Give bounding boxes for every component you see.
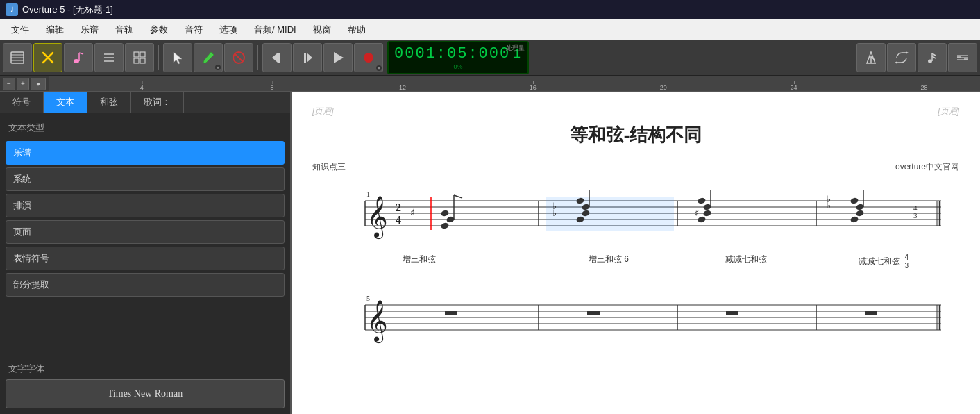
transport-time: 0001:05:000 [394,45,510,63]
svg-text:♯: ♯ [410,208,415,218]
loop-button[interactable] [887,43,916,72]
svg-point-71 [703,210,712,217]
sep1 [158,45,159,70]
svg-text:♭: ♭ [552,208,557,218]
chord-label-1: 增三和弦 [319,254,540,270]
tab-text[interactable]: 文本 [44,92,87,113]
staff-view-button[interactable] [948,43,977,72]
ruler-mark-20: 20 [660,84,667,91]
panel-tabs: 符号 文本 和弦 歌词： [0,92,290,113]
list-item-score[interactable]: 乐谱 [6,141,285,165]
page-header-left: [页眉] [312,106,334,117]
score-meta-left: 知识点三 [312,161,346,173]
title-bar: ♩ Overture 5 - [无标题-1] [0,0,980,19]
menu-options[interactable]: 选项 [211,21,246,39]
note-type-button[interactable] [918,43,947,72]
menu-edit[interactable]: 编辑 [37,21,72,39]
erase-button[interactable] [224,43,253,72]
page-header: [页眉] [页眉] [312,106,959,117]
menu-params[interactable]: 参数 [142,21,176,39]
svg-text:𝄞: 𝄞 [366,300,388,344]
list-item-system[interactable]: 系统 [6,167,285,191]
transport-percent: 0% [394,63,522,70]
ruler-track: 4 8 12 16 20 24 28 [49,76,980,91]
svg-marker-18 [272,53,278,63]
tools-button[interactable] [33,43,62,72]
first-system: 1 𝄞 2 4 [312,180,959,270]
svg-point-29 [928,60,932,63]
svg-rect-21 [304,53,306,63]
ruler-mark-16: 16 [530,84,537,91]
svg-rect-19 [278,53,280,63]
score-content: [页眉] [页眉] 等和弦-结构不同 知识点三 overture中文官网 [292,92,980,414]
svg-rect-14 [134,58,139,63]
svg-text:4: 4 [396,214,401,226]
page-header-right: [页眉] [938,106,959,117]
note-input-button[interactable] [64,43,93,72]
score-area[interactable]: [页眉] [页眉] 等和弦-结构不同 知识点三 overture中文官网 [292,92,980,414]
tab-symbol[interactable]: 符号 [0,92,44,113]
svg-point-6 [74,59,79,63]
app-icon: ♩ [6,3,18,16]
chord-label-3: 减减七和弦 [677,254,815,270]
tab-chord[interactable]: 和弦 [87,92,131,113]
tab-lyric[interactable]: 歌词： [131,92,184,113]
menu-window[interactable]: 视窗 [305,21,339,39]
score-view-button[interactable] [3,43,32,72]
svg-text:♯: ♯ [695,208,699,218]
svg-point-79 [850,216,859,224]
list-item-expression[interactable]: 表情符号 [6,247,285,270]
second-system: 5 𝄞 [312,291,959,349]
fast-forward-button[interactable] [293,43,322,72]
svg-marker-28 [895,61,897,64]
svg-rect-12 [134,52,139,57]
svg-text:3: 3 [913,211,918,220]
chord-label-4: 减减七和弦 43 [815,254,952,270]
menu-track[interactable]: 音轨 [107,21,142,39]
rewind-button[interactable] [262,43,292,72]
right-toolbar [856,43,977,72]
record-dropdown[interactable]: ▾ [376,65,382,71]
pencil-dropdown[interactable]: ▾ [215,65,221,70]
toolbar-group-select: ▾ [163,43,253,72]
menu-file[interactable]: 文件 [3,21,37,39]
svg-rect-37 [964,58,968,60]
font-section: 文字字体 Times New Roman [0,354,290,414]
record-button-wrapper: ▾ [354,43,383,72]
metronome-button[interactable] [856,43,886,72]
svg-point-76 [850,197,859,205]
ruler-plus[interactable]: + [17,78,29,90]
play-button[interactable] [323,43,353,72]
list-item-extract[interactable]: 部分提取 [6,273,285,297]
svg-point-54 [441,222,450,230]
svg-line-17 [235,53,243,62]
list-button[interactable] [94,43,124,72]
menu-note[interactable]: 音符 [176,21,211,39]
svg-marker-22 [334,52,344,63]
svg-rect-99 [865,311,877,315]
ruler-mark-4: 4 [140,84,144,91]
svg-text:2: 2 [396,201,401,213]
grid-button[interactable] [125,43,154,72]
menu-help[interactable]: 帮助 [339,21,374,39]
svg-rect-13 [140,52,145,57]
font-section-title: 文字字体 [6,360,285,379]
ruler-controls: − + ● [0,78,49,90]
ruler-minus[interactable]: − [3,78,15,90]
ruler-circle[interactable]: ● [31,78,46,90]
toolbar-group-view [3,43,154,72]
menu-midi[interactable]: 音频/ MIDI [246,21,305,39]
svg-text:♭: ♭ [827,200,831,210]
pencil-button[interactable]: ▾ [194,43,223,72]
list-item-page[interactable]: 页面 [6,220,285,244]
svg-line-8 [79,53,83,54]
svg-marker-27 [906,51,909,54]
ruler-mark-24: 24 [791,84,797,91]
font-display: Times New Roman [6,379,285,408]
menu-score[interactable]: 乐谱 [72,21,107,39]
select-button[interactable] [163,43,192,72]
list-item-rehearsal[interactable]: 排演 [6,194,285,217]
toolbar: ▾ ▾ 0001:05:000 1 处理量 0 [0,40,980,76]
svg-rect-98 [726,311,738,315]
processing-label: 处理量 [506,44,525,53]
